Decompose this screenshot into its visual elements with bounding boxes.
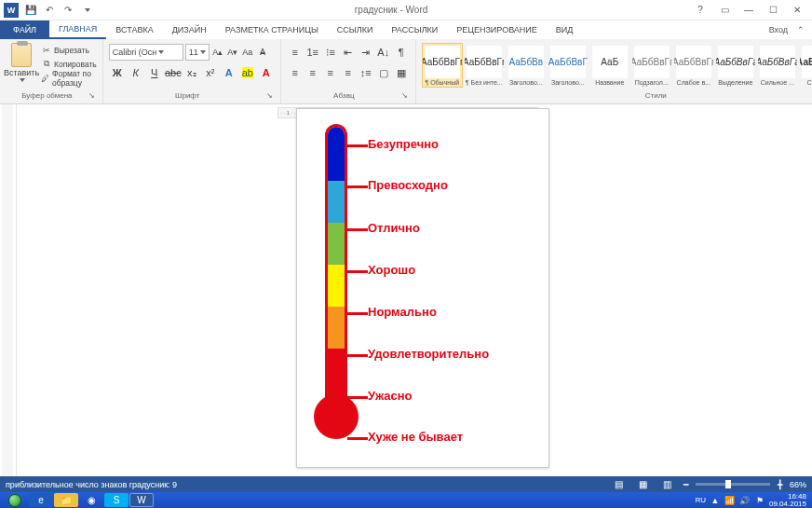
underline-button[interactable]: Ч xyxy=(146,64,163,81)
strike-button[interactable]: abc xyxy=(165,64,182,81)
tab-home[interactable]: ГЛАВНАЯ xyxy=(49,21,106,39)
text-effects-button[interactable]: A xyxy=(221,64,237,81)
zoom-in-icon[interactable]: ╋ xyxy=(778,480,782,489)
tray-flag-icon[interactable]: ▲ xyxy=(710,495,721,506)
font-family-select[interactable]: Calibri (Осн xyxy=(109,44,183,61)
style-item[interactable]: АаБбВвГгСильное ... xyxy=(757,43,798,88)
subscript-button[interactable]: x₂ xyxy=(183,64,200,81)
shrink-font-icon[interactable]: A▾ xyxy=(226,46,239,59)
qat-save-icon[interactable]: 💾 xyxy=(24,4,37,17)
change-case-icon[interactable]: Aa xyxy=(241,46,254,59)
tab-mailings[interactable]: РАССЫЛКИ xyxy=(382,21,447,39)
style-preview: АаБбВвГг xyxy=(634,46,670,78)
justify-button[interactable]: ≡ xyxy=(340,64,357,81)
style-item[interactable]: АаБНазвание xyxy=(589,43,630,88)
collapse-ribbon-icon[interactable]: ⌃ xyxy=(797,25,805,34)
format-painter-button[interactable]: 🖊Формат по образцу xyxy=(41,71,97,85)
zoom-thumb[interactable] xyxy=(725,480,731,488)
increase-indent-button[interactable]: ⇥ xyxy=(358,44,374,61)
tray-action-icon[interactable]: ⚑ xyxy=(754,495,765,506)
taskbar-word-icon[interactable]: W xyxy=(129,493,154,507)
status-bar: приблизительное число знаков градусник: … xyxy=(0,476,812,492)
thermometer-label: Нормально xyxy=(368,305,437,319)
tray-lang[interactable]: RU xyxy=(695,496,706,504)
italic-button[interactable]: К xyxy=(128,64,144,81)
tray-sound-icon[interactable]: 🔊 xyxy=(739,495,751,506)
font-size-select[interactable]: 11 xyxy=(185,44,210,61)
tray-clock[interactable]: 16:48 09.04.2015 xyxy=(769,493,806,508)
status-text[interactable]: приблизительное число знаков градусник: … xyxy=(6,480,177,489)
font-launcher-icon[interactable]: ↘ xyxy=(266,91,273,100)
view-print-icon[interactable]: ▦ xyxy=(635,478,652,491)
qat-redo-icon[interactable]: ↷ xyxy=(61,4,74,17)
line-spacing-button[interactable]: ↕≡ xyxy=(358,64,374,81)
clear-format-icon[interactable]: A̶ xyxy=(256,46,269,59)
view-read-icon[interactable]: ▤ xyxy=(611,478,628,491)
scissors-icon: ✂ xyxy=(41,45,51,55)
close-icon[interactable]: ✕ xyxy=(786,2,808,19)
zoom-level[interactable]: 66% xyxy=(790,480,806,489)
tab-references[interactable]: ССЫЛКИ xyxy=(328,21,383,39)
taskbar-chrome-icon[interactable]: ◉ xyxy=(79,493,103,507)
numbering-button[interactable]: 1≡ xyxy=(304,44,321,61)
maximize-icon[interactable]: ☐ xyxy=(762,2,784,19)
thermometer-label: Хорошо xyxy=(368,263,415,277)
style-item[interactable]: АаБбВвЗаголово... xyxy=(506,43,547,88)
thermometer-label: Хуже не бывает xyxy=(368,430,463,444)
bold-button[interactable]: Ж xyxy=(109,64,126,81)
align-center-button[interactable]: ≡ xyxy=(304,64,321,81)
cut-button[interactable]: ✂Вырезать xyxy=(41,43,97,57)
style-item[interactable]: АаБбВвГг¶ Без инте... xyxy=(464,43,505,88)
zoom-out-icon[interactable]: ━ xyxy=(683,480,688,489)
tab-view[interactable]: ВИД xyxy=(547,21,583,39)
paste-button[interactable]: Вставить xyxy=(6,41,37,82)
tab-review[interactable]: РЕЦЕНЗИРОВАНИЕ xyxy=(447,21,547,39)
grow-font-icon[interactable]: A▴ xyxy=(211,46,224,59)
document-page[interactable]: БезупречноПревосходноОтличноХорошоНормал… xyxy=(296,108,549,468)
start-button[interactable] xyxy=(2,493,28,507)
windows-taskbar: e 📁 ◉ S W RU ▲ 📶 🔊 ⚑ 16:48 09.04.2015 xyxy=(0,492,812,508)
zoom-slider[interactable] xyxy=(696,483,770,486)
taskbar-ie-icon[interactable]: e xyxy=(29,493,53,507)
style-item[interactable]: АаБбВвГЗаголово... xyxy=(548,43,589,88)
align-left-button[interactable]: ≡ xyxy=(287,64,304,81)
ribbon-display-icon[interactable]: ▭ xyxy=(713,2,736,19)
style-item[interactable]: АаБбВвГгПодзагол... xyxy=(631,43,672,88)
bullets-button[interactable]: ≡ xyxy=(287,44,304,61)
tab-design[interactable]: ДИЗАЙН xyxy=(163,21,216,39)
view-web-icon[interactable]: ▥ xyxy=(659,478,676,491)
tab-layout[interactable]: РАЗМЕТКА СТРАНИЦЫ xyxy=(216,21,328,39)
taskbar-explorer-icon[interactable]: 📁 xyxy=(54,493,78,507)
document-area[interactable]: · · 1 · · 2 · · 3 · · 4 · · 5 · · 6 · · … xyxy=(17,104,812,492)
vertical-ruler[interactable] xyxy=(0,104,17,492)
show-marks-button[interactable]: ¶ xyxy=(393,44,410,61)
qat-undo-icon[interactable]: ↶ xyxy=(43,4,56,17)
group-paragraph: ≡ 1≡ ⁝≡ ⇤ ⇥ A↓ ¶ ≡ ≡ ≡ ≡ ↕≡ ▢ ▦ xyxy=(281,39,416,103)
decrease-indent-button[interactable]: ⇤ xyxy=(340,44,357,61)
clipboard-group-label: Буфер обмена xyxy=(21,91,72,100)
start-orb-icon xyxy=(8,494,21,507)
minimize-icon[interactable]: — xyxy=(738,2,760,19)
tab-insert[interactable]: ВСТАВКА xyxy=(106,21,162,39)
style-item[interactable]: АаБбВвГг¶ Обычный xyxy=(422,43,463,88)
paragraph-launcher-icon[interactable]: ↘ xyxy=(401,91,408,100)
align-right-button[interactable]: ≡ xyxy=(322,64,339,81)
style-item[interactable]: АаБбВвГгСлабое в... xyxy=(673,43,714,88)
style-item[interactable]: АаБбВвГгВыделение xyxy=(715,43,756,88)
sort-button[interactable]: A↓ xyxy=(375,44,392,61)
tab-file[interactable]: ФАЙЛ xyxy=(0,21,49,39)
style-item[interactable]: АаБбВвГгСтрогий xyxy=(799,43,812,88)
shading-button[interactable]: ▢ xyxy=(375,64,392,81)
borders-button[interactable]: ▦ xyxy=(393,64,410,81)
superscript-button[interactable]: x² xyxy=(202,64,219,81)
clipboard-launcher-icon[interactable]: ↘ xyxy=(88,91,95,100)
tray-network-icon[interactable]: 📶 xyxy=(724,495,736,506)
help-icon[interactable]: ? xyxy=(689,2,711,19)
qat-customize-icon[interactable] xyxy=(80,4,93,17)
taskbar-skype-icon[interactable]: S xyxy=(104,493,129,507)
brush-icon: 🖊 xyxy=(41,73,49,83)
font-color-button[interactable]: A xyxy=(258,64,275,81)
account-signin[interactable]: Вход xyxy=(769,25,788,34)
multilevel-button[interactable]: ⁝≡ xyxy=(322,44,339,61)
highlight-button[interactable]: ab xyxy=(239,64,256,81)
